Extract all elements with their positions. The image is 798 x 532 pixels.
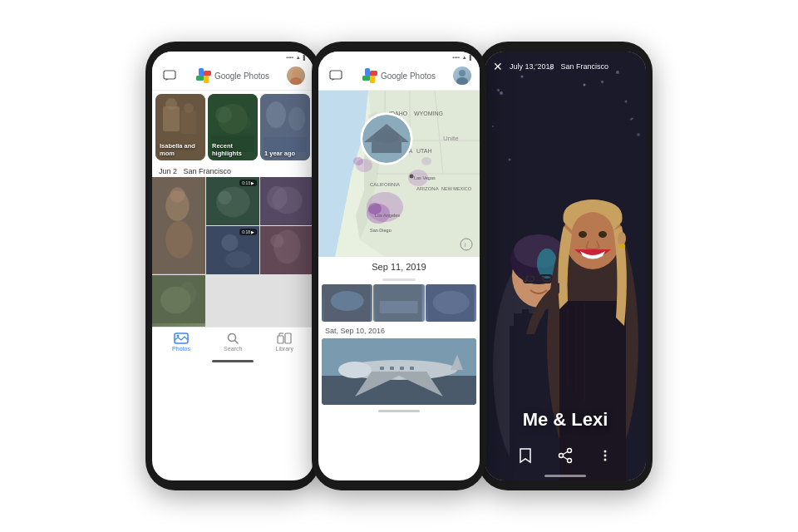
- avatar-1[interactable]: [287, 66, 305, 85]
- svg-text:WYOMING: WYOMING: [414, 111, 443, 116]
- more-action-button[interactable]: [594, 444, 617, 467]
- svg-rect-49: [278, 336, 283, 343]
- battery-icon-2: ▌: [470, 55, 473, 60]
- map-large-photo[interactable]: [322, 338, 476, 405]
- map-container[interactable]: IDAHO WYOMING NEVADA UTAH CALIFORNIA ARI…: [318, 91, 480, 257]
- map-thumb-2[interactable]: [373, 284, 424, 322]
- chat-icon-1: [163, 70, 176, 81]
- svg-text:UTAH: UTAH: [416, 148, 432, 154]
- svg-text:San Diego: San Diego: [370, 228, 392, 233]
- photo-story: ✕ July 13, 2018 San Francisco Me & Lexi: [485, 52, 646, 480]
- grid-photo-4[interactable]: 0:18 ▶: [206, 226, 259, 274]
- video-time-2: 0:13: [242, 180, 250, 185]
- video-time-4: 0:18: [242, 229, 250, 234]
- phone-3-screen: ✕ July 13, 2018 San Francisco Me & Lexi: [485, 52, 646, 480]
- map-svg: IDAHO WYOMING NEVADA UTAH CALIFORNIA ARI…: [318, 91, 480, 257]
- chat-button-2[interactable]: [327, 66, 345, 85]
- svg-text:Las Vegas: Las Vegas: [414, 175, 436, 180]
- battery-icon-1: ▌: [303, 55, 307, 60]
- svg-point-89: [331, 291, 364, 311]
- phone-1-screen: ▪▪▪▪ ▲ ▌: [152, 52, 313, 480]
- google-photos-logo-2: Google Photos: [362, 68, 436, 83]
- story-header: ✕ July 13, 2018 San Francisco: [485, 52, 646, 81]
- memory-card-isabella[interactable]: Isabella and mom: [155, 94, 205, 160]
- grid-photo-6[interactable]: [152, 275, 205, 327]
- memory-label-isabella: Isabella and mom: [160, 142, 205, 157]
- nav-library[interactable]: Library: [275, 332, 293, 352]
- search-nav-icon: [225, 332, 240, 344]
- grid-photo-5[interactable]: [260, 226, 313, 274]
- chat-button-1[interactable]: [160, 66, 179, 85]
- signal-icon-1: ▪▪▪▪: [286, 55, 293, 60]
- svg-rect-40: [260, 226, 313, 274]
- date-section-label-1: Jun 2 San Francisco: [152, 164, 313, 177]
- location-text-1: San Francisco: [184, 167, 232, 175]
- svg-rect-99: [380, 367, 384, 370]
- svg-point-46: [176, 335, 179, 337]
- svg-point-1: [293, 70, 299, 76]
- app-header-1: Google Photos: [152, 62, 313, 91]
- svg-rect-0: [164, 71, 175, 79]
- svg-text:Los Angeles: Los Angeles: [375, 213, 400, 218]
- svg-rect-100: [390, 367, 394, 370]
- scroll-indicator: [318, 277, 480, 283]
- home-bar-3: [544, 475, 586, 477]
- svg-rect-50: [285, 333, 291, 343]
- svg-point-112: [509, 159, 511, 161]
- logo-text-2: Google Photos: [381, 71, 436, 81]
- story-actions: [485, 439, 646, 472]
- date-sep2016: Sat, Sep 10, 2016: [325, 327, 385, 335]
- close-story-button[interactable]: ✕: [493, 60, 503, 73]
- svg-rect-24: [152, 177, 205, 273]
- svg-rect-102: [410, 367, 414, 370]
- svg-point-78: [410, 175, 414, 179]
- memory-card-yearago[interactable]: 1 year ago: [260, 94, 310, 160]
- svg-point-138: [598, 231, 607, 238]
- video-badge-2: 0:13 ▶: [239, 180, 257, 186]
- grid-photo-2[interactable]: 0:13 ▶: [206, 177, 259, 225]
- svg-text:ARIZONA: ARIZONA: [416, 186, 439, 191]
- phones-container: ▪▪▪▪ ▲ ▌: [129, 25, 669, 507]
- nav-photos-label: Photos: [172, 346, 190, 352]
- svg-point-140: [620, 244, 625, 249]
- memory-label-yearago: 1 year ago: [264, 150, 295, 157]
- map-photos-row: [318, 283, 480, 323]
- wifi-icon-2: ▲: [462, 55, 467, 60]
- story-title: Me & Lexi: [485, 409, 646, 431]
- date-sep2019: Sep 11, 2019: [372, 262, 426, 272]
- memory-card-highlights[interactable]: Recent highlights: [208, 94, 258, 160]
- wifi-icon-1: ▲: [296, 55, 301, 60]
- svg-point-137: [579, 231, 587, 238]
- memories-row-1: Isabella and mom Recent highlights: [152, 91, 313, 164]
- svg-point-142: [568, 459, 572, 463]
- svg-rect-32: [260, 177, 313, 225]
- phone-2: ▪▪▪▪ ▲ ▌: [312, 42, 486, 490]
- svg-point-77: [421, 157, 431, 165]
- svg-rect-129: [522, 309, 529, 326]
- svg-point-93: [432, 291, 469, 314]
- map-date-label: Sep 11, 2019: [318, 257, 480, 277]
- svg-point-55: [456, 77, 468, 85]
- svg-line-144: [563, 451, 568, 455]
- home-indicator-1: [152, 357, 313, 364]
- svg-point-85: [374, 130, 399, 143]
- home-indicator-3: [485, 475, 646, 477]
- pinwheel-icon-1: [196, 68, 211, 83]
- photos-nav-icon: [174, 332, 189, 344]
- photo-grid-1: 0:13 ▶: [152, 177, 313, 327]
- phone-1: ▪▪▪▪ ▲ ▌: [145, 42, 320, 490]
- nav-photos[interactable]: Photos: [172, 332, 190, 352]
- map-thumb-3[interactable]: [426, 284, 476, 322]
- grid-photo-1[interactable]: [152, 177, 205, 274]
- map-thumb-1[interactable]: [322, 284, 372, 322]
- library-nav-icon: [277, 332, 292, 344]
- svg-point-141: [568, 449, 572, 453]
- svg-point-98: [338, 362, 372, 378]
- grid-photo-3[interactable]: [260, 177, 313, 225]
- svg-rect-101: [400, 367, 404, 370]
- avatar-2[interactable]: [453, 66, 471, 85]
- nav-search[interactable]: Search: [224, 332, 242, 352]
- share-action-button[interactable]: [554, 444, 577, 467]
- phone-2-screen: ▪▪▪▪ ▲ ▌: [318, 52, 480, 480]
- save-action-button[interactable]: [514, 444, 537, 467]
